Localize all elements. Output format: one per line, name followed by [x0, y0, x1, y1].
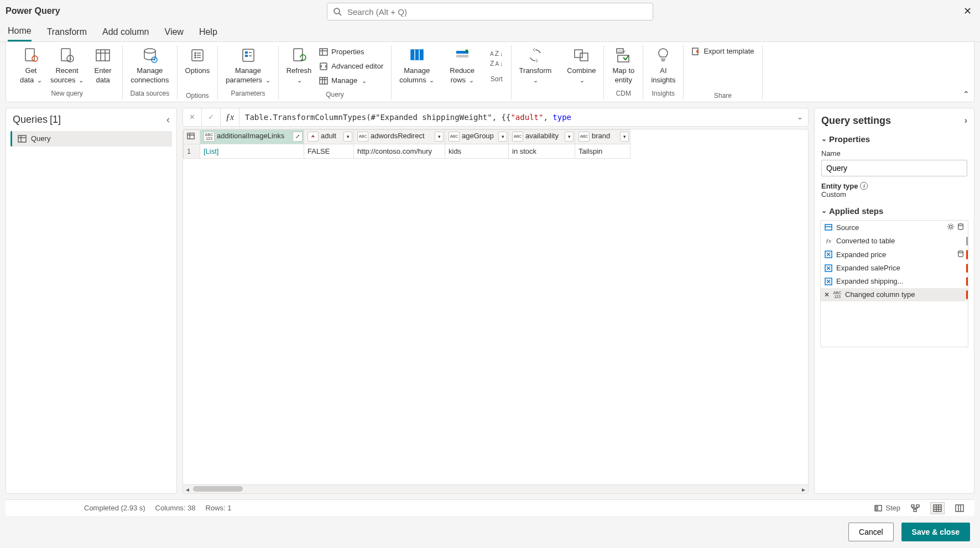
export-template-button[interactable]: Export template — [689, 45, 756, 58]
horizontal-scrollbar[interactable]: ◄ ► — [183, 484, 808, 493]
formula-fx-button[interactable]: ƒx — [221, 108, 239, 126]
queries-title: Queries — [13, 114, 48, 126]
ribbon-collapse-button[interactable]: ⌃ — [963, 90, 969, 98]
col-adwordsRedirect[interactable]: ABCadwordsRedirect▾ — [354, 129, 445, 144]
search-input[interactable] — [347, 7, 647, 17]
formula-accept-button[interactable]: ✓ — [202, 108, 221, 126]
sort-asc-button[interactable]: AZ↓ — [490, 50, 503, 58]
manage-query-button[interactable]: Manage — [317, 74, 385, 87]
cell[interactable]: [List] — [200, 144, 304, 158]
col-availability[interactable]: ABCavailability▾ — [509, 129, 575, 144]
formula-cancel-button[interactable]: ✕ — [183, 108, 202, 126]
table-row[interactable]: 1 [List] FALSE http://contoso.com/hury k… — [184, 144, 630, 158]
search-box[interactable] — [327, 3, 653, 20]
entity-type-value: Custom — [821, 190, 846, 199]
manage-parameters-button[interactable]: Manage parameters — [223, 45, 272, 86]
transform-button[interactable]: Transform — [517, 45, 554, 86]
sort-desc-button[interactable]: ZA↓ — [490, 60, 503, 67]
svg-point-55 — [958, 224, 963, 226]
close-button[interactable]: ✕ — [961, 2, 974, 20]
formula-expand-button[interactable]: ⌄ — [791, 113, 808, 121]
step-changed-column-type[interactable]: ✕ ABC123 Changed column type — [821, 288, 968, 301]
scroll-thumb[interactable] — [193, 486, 243, 492]
tab-transform[interactable]: Transform — [47, 22, 87, 41]
tab-home[interactable]: Home — [8, 22, 32, 41]
type-icon: ABC123 — [833, 290, 842, 299]
info-icon[interactable]: i — [860, 182, 868, 190]
query-item[interactable]: Query — [11, 131, 172, 147]
manage-columns-button[interactable]: Manage columns — [397, 45, 436, 86]
query-settings-panel: Query settings › Properties Name Entity … — [814, 108, 974, 494]
ribbon-group-options: Options Options — [178, 45, 218, 100]
advanced-editor-button[interactable]: Advanced editor — [317, 60, 385, 73]
reduce-rows-button[interactable]: Reduce rows — [447, 45, 477, 86]
tab-add-column[interactable]: Add column — [102, 22, 149, 41]
type-text-icon: A — [307, 132, 319, 142]
recent-sources-button[interactable]: Recent sources — [48, 45, 86, 86]
svg-rect-39 — [580, 53, 588, 61]
gear-icon[interactable] — [947, 223, 955, 232]
map-to-entity-button[interactable]: CDM Map to entity — [609, 45, 637, 86]
svg-point-0 — [334, 8, 340, 14]
tab-help[interactable]: Help — [199, 22, 217, 41]
svg-point-54 — [949, 225, 952, 228]
queries-collapse-button[interactable]: ‹ — [166, 114, 170, 126]
filter-button[interactable]: ▾ — [435, 132, 444, 142]
scroll-left-button[interactable]: ◄ — [183, 485, 192, 494]
ribbon-group-new-query: Get data Recent sources Enter data New q… — [12, 45, 123, 100]
grid-area: ✕ ✓ ƒx Table.TransformColumnTypes(#"Expa… — [183, 108, 809, 494]
combine-button[interactable]: Combine — [565, 45, 598, 86]
database-icon[interactable] — [957, 250, 965, 259]
svg-point-13 — [195, 53, 196, 54]
cancel-button[interactable]: Cancel — [848, 523, 894, 541]
filter-button[interactable]: ▾ — [620, 132, 629, 142]
col-adult[interactable]: Aadult▾ — [304, 129, 354, 144]
step-expanded-saleprice[interactable]: Expanded salePrice — [821, 262, 968, 275]
step-view-button[interactable]: Step — [874, 504, 900, 513]
schema-view-button[interactable] — [952, 502, 967, 514]
query-name-input[interactable] — [821, 160, 967, 176]
get-data-button[interactable]: Get data — [17, 45, 45, 86]
properties-button[interactable]: Properties — [317, 45, 385, 59]
enter-data-button[interactable]: Enter data — [89, 45, 117, 86]
filter-button[interactable]: ▾ — [498, 132, 507, 142]
database-icon[interactable] — [957, 223, 965, 232]
properties-section-header[interactable]: Properties — [815, 131, 974, 147]
expand-column-button[interactable]: ⤢ — [293, 132, 303, 142]
table-corner[interactable] — [184, 129, 200, 144]
col-brand[interactable]: ABCbrand▾ — [575, 129, 630, 144]
svg-rect-38 — [575, 50, 582, 58]
filter-button[interactable]: ▾ — [343, 132, 352, 142]
applied-steps-section-header[interactable]: Applied steps — [815, 203, 974, 219]
ai-insights-button[interactable]: AI insights — [649, 45, 677, 86]
cell[interactable]: http://contoso.com/hury — [354, 144, 445, 158]
scroll-right-button[interactable]: ► — [799, 485, 808, 494]
tab-view[interactable]: View — [165, 22, 184, 41]
formula-text[interactable]: Table.TransformColumnTypes(#"Expanded sh… — [239, 113, 791, 122]
step-converted-to-table[interactable]: ƒx Converted to table — [821, 234, 968, 248]
save-close-button[interactable]: Save & close — [901, 523, 970, 541]
settings-collapse-button[interactable]: › — [965, 116, 967, 126]
cell[interactable]: in stock — [509, 144, 575, 158]
step-marker — [966, 237, 968, 246]
step-source[interactable]: Source — [821, 221, 968, 234]
delete-step-button[interactable]: ✕ — [824, 291, 830, 299]
col-ageGroup[interactable]: ABCageGroup▾ — [445, 129, 509, 144]
step-expanded-shipping[interactable]: Expanded shipping... — [821, 275, 968, 288]
cell[interactable]: FALSE — [304, 144, 354, 158]
options-button[interactable]: Options — [183, 45, 212, 88]
data-view-button[interactable] — [930, 502, 945, 514]
cell[interactable]: Tailspin — [575, 144, 630, 158]
manage-connections-button[interactable]: Manage connections — [128, 45, 171, 86]
col-additionalImageLinks[interactable]: ABC123additionalImageLinks⤢ — [200, 129, 304, 144]
queries-count: [1] — [50, 114, 61, 126]
ribbon-group-data-sources: Manage connections Data sources — [123, 45, 177, 100]
cell[interactable]: kids — [445, 144, 509, 158]
svg-rect-25 — [320, 49, 327, 55]
filter-button[interactable]: ▾ — [565, 132, 574, 142]
refresh-button[interactable]: Refresh — [284, 45, 314, 86]
svg-rect-19 — [243, 49, 254, 61]
step-expanded-price[interactable]: Expanded price — [821, 248, 968, 262]
svg-text:CDM: CDM — [618, 50, 625, 53]
diagram-view-button[interactable] — [908, 502, 922, 514]
